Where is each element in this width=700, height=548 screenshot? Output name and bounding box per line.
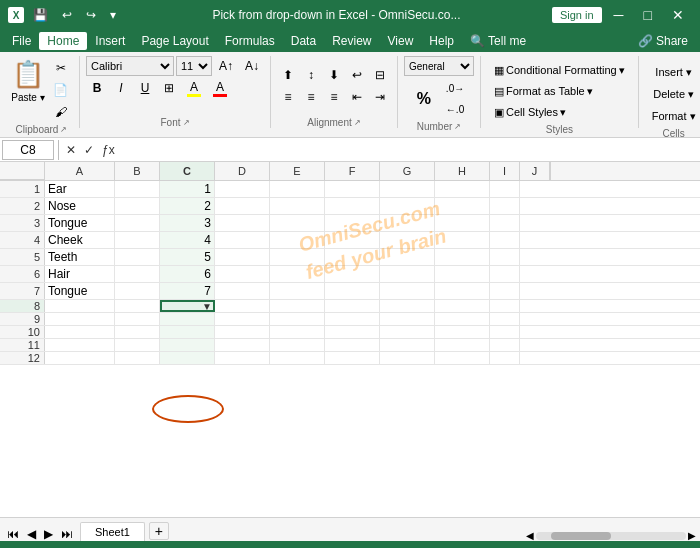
cell-H5[interactable] xyxy=(435,249,490,265)
zoom-out-button[interactable]: − xyxy=(581,544,589,548)
alignment-expand-icon[interactable]: ↗ xyxy=(354,118,361,127)
cell-C7[interactable]: 7 xyxy=(160,283,215,299)
sign-in-button[interactable]: Sign in xyxy=(552,7,602,23)
cell-G7[interactable] xyxy=(380,283,435,299)
cancel-formula-button[interactable]: ✕ xyxy=(63,143,79,157)
cell-F3[interactable] xyxy=(325,215,380,231)
col-header-F[interactable]: F xyxy=(325,162,380,180)
cell-J2[interactable] xyxy=(520,198,550,214)
cell-J4[interactable] xyxy=(520,232,550,248)
align-top-button[interactable]: ⬆ xyxy=(277,65,299,85)
cell-H11[interactable] xyxy=(435,339,490,351)
col-header-A[interactable]: A xyxy=(45,162,115,180)
align-left-button[interactable]: ≡ xyxy=(277,87,299,107)
cell-styles-button[interactable]: ▣ Cell Styles ▾ xyxy=(487,102,573,122)
align-center-button[interactable]: ≡ xyxy=(300,87,322,107)
decrease-decimal-button[interactable]: ←.0 xyxy=(441,99,469,119)
cell-E8[interactable] xyxy=(270,300,325,312)
cell-I8[interactable] xyxy=(490,300,520,312)
cell-G10[interactable] xyxy=(380,326,435,338)
cell-C11[interactable] xyxy=(160,339,215,351)
cell-E7[interactable] xyxy=(270,283,325,299)
cell-D10[interactable] xyxy=(215,326,270,338)
col-header-I[interactable]: I xyxy=(490,162,520,180)
col-header-J[interactable]: J xyxy=(520,162,550,180)
bold-button[interactable]: B xyxy=(86,78,108,98)
cell-I4[interactable] xyxy=(490,232,520,248)
increase-font-button[interactable]: A↑ xyxy=(214,56,238,76)
col-header-H[interactable]: H xyxy=(435,162,490,180)
paste-button[interactable]: 📋 xyxy=(10,56,46,92)
cell-B7[interactable] xyxy=(115,283,160,299)
sheet-tab-sheet1[interactable]: Sheet1 xyxy=(80,522,145,541)
font-name-select[interactable]: Calibri xyxy=(86,56,174,76)
menu-help[interactable]: Help xyxy=(421,32,462,50)
cell-D1[interactable] xyxy=(215,181,270,197)
align-right-button[interactable]: ≡ xyxy=(323,87,345,107)
font-color-button[interactable]: A xyxy=(208,78,232,98)
cell-C2[interactable]: 2 xyxy=(160,198,215,214)
dropdown-arrow-icon[interactable]: ▼ xyxy=(202,301,212,312)
cell-H2[interactable] xyxy=(435,198,490,214)
cell-D8[interactable] xyxy=(215,300,270,312)
cell-C8[interactable]: ▼ xyxy=(160,300,215,312)
cell-G5[interactable] xyxy=(380,249,435,265)
cell-B6[interactable] xyxy=(115,266,160,282)
cell-G12[interactable] xyxy=(380,352,435,364)
zoom-in-button[interactable]: + xyxy=(654,544,662,548)
format-painter-button[interactable]: 🖌 xyxy=(48,102,73,122)
cell-J7[interactable] xyxy=(520,283,550,299)
menu-data[interactable]: Data xyxy=(283,32,324,50)
conditional-formatting-button[interactable]: ▦ Conditional Formatting ▾ xyxy=(487,60,632,80)
cell-D7[interactable] xyxy=(215,283,270,299)
cell-G9[interactable] xyxy=(380,313,435,325)
cell-B1[interactable] xyxy=(115,181,160,197)
menu-review[interactable]: Review xyxy=(324,32,379,50)
sheet-nav-next[interactable]: ▶ xyxy=(41,527,56,541)
cell-D5[interactable] xyxy=(215,249,270,265)
cell-G3[interactable] xyxy=(380,215,435,231)
cell-E6[interactable] xyxy=(270,266,325,282)
insert-cells-button[interactable]: Insert ▾ xyxy=(648,62,699,82)
cell-H8[interactable] xyxy=(435,300,490,312)
cell-D3[interactable] xyxy=(215,215,270,231)
cell-F6[interactable] xyxy=(325,266,380,282)
add-sheet-button[interactable]: + xyxy=(149,522,169,540)
cell-A3[interactable]: Tongue xyxy=(45,215,115,231)
cell-G4[interactable] xyxy=(380,232,435,248)
increase-indent-button[interactable]: ⇥ xyxy=(369,87,391,107)
cell-J5[interactable] xyxy=(520,249,550,265)
cut-button[interactable]: ✂ xyxy=(48,58,73,78)
font-size-select[interactable]: 11 xyxy=(176,56,212,76)
cell-F5[interactable] xyxy=(325,249,380,265)
horizontal-scrollbar[interactable] xyxy=(536,532,686,540)
cell-E1[interactable] xyxy=(270,181,325,197)
col-header-B[interactable]: B xyxy=(115,162,160,180)
cell-A4[interactable]: Cheek xyxy=(45,232,115,248)
customize-qat-button[interactable]: ▾ xyxy=(105,6,121,24)
cell-F4[interactable] xyxy=(325,232,380,248)
scroll-left-btn[interactable]: ◀ xyxy=(526,530,534,541)
cell-A12[interactable] xyxy=(45,352,115,364)
cell-B2[interactable] xyxy=(115,198,160,214)
cell-E5[interactable] xyxy=(270,249,325,265)
cell-D4[interactable] xyxy=(215,232,270,248)
cell-A2[interactable]: Nose xyxy=(45,198,115,214)
border-button[interactable]: ⊞ xyxy=(158,78,180,98)
cell-A7[interactable]: Tongue xyxy=(45,283,115,299)
menu-tell-me[interactable]: 🔍 Tell me xyxy=(462,32,534,50)
cell-I6[interactable] xyxy=(490,266,520,282)
cell-F12[interactable] xyxy=(325,352,380,364)
cell-H1[interactable] xyxy=(435,181,490,197)
decrease-indent-button[interactable]: ⇤ xyxy=(346,87,368,107)
cell-C4[interactable]: 4 xyxy=(160,232,215,248)
cell-D12[interactable] xyxy=(215,352,270,364)
cell-ref-box[interactable]: C8 xyxy=(2,140,54,160)
cell-C3[interactable]: 3 xyxy=(160,215,215,231)
cell-D6[interactable] xyxy=(215,266,270,282)
cell-G8[interactable] xyxy=(380,300,435,312)
menu-insert[interactable]: Insert xyxy=(87,32,133,50)
menu-view[interactable]: View xyxy=(380,32,422,50)
cell-I2[interactable] xyxy=(490,198,520,214)
insert-function-button[interactable]: ƒx xyxy=(99,143,118,157)
